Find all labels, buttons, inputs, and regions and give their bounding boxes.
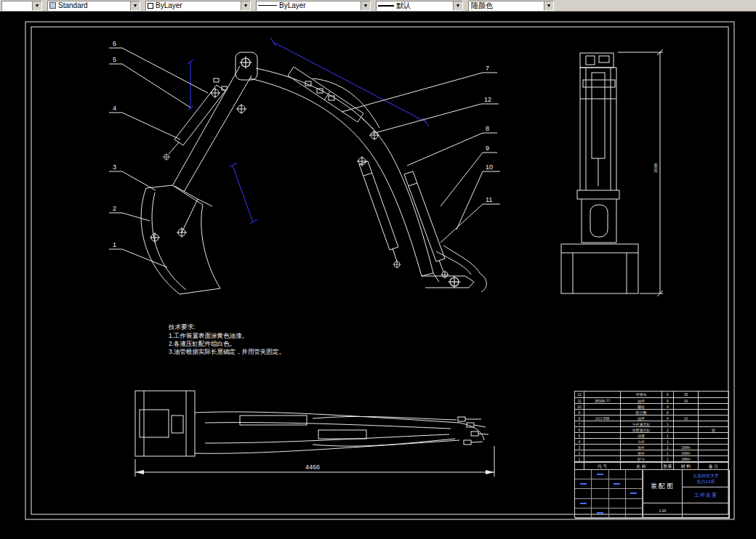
parts-cell-material: 16 (674, 397, 699, 403)
parts-cell-num: 7 (575, 421, 584, 426)
class-name: 机自12班 (697, 479, 715, 485)
callout-label: 6 (113, 40, 116, 47)
callout-label: 10 (486, 163, 493, 171)
parts-cell-name: 斗杆 (621, 438, 662, 444)
parts-cell-qty: 8 (662, 409, 674, 415)
part-name-label: 工作装置 (683, 487, 730, 503)
title-block-misc-cell (683, 503, 730, 519)
parts-cell-name: 动臂 (621, 432, 662, 438)
chevron-down-icon: ▼ (544, 1, 553, 10)
parts-cell-qty: 1 (662, 438, 674, 444)
lineweight-icon (378, 5, 394, 7)
parts-cell-material: 10 (674, 415, 699, 421)
lineweight-combo[interactable]: 默认 ▼ (376, 1, 463, 11)
linetype-combo-value: ByLayer (277, 1, 361, 9)
parts-cell-remark: 铰 (699, 426, 728, 432)
cad-canvas[interactable]: 6 5 4 3 2 1 7 12 8 9 10 11 (0, 12, 756, 539)
parts-cell-num: 3 (575, 444, 584, 450)
callout-label: 9 (486, 145, 489, 152)
parts-cell-num: 9 (575, 409, 584, 415)
parts-cell-name: 铲斗 (621, 455, 662, 461)
parts-cell-num: 1 (575, 455, 584, 461)
parts-cell-material (674, 432, 699, 438)
parts-cell-qty: 4 (662, 415, 674, 421)
parts-list-row: 4斗杆1 (575, 438, 728, 444)
parts-list-row: 6动臂液压缸2铰 (575, 426, 728, 432)
linetype-combo[interactable]: ByLayer ▼ (256, 1, 371, 11)
dimension-transport-length: 4466 (135, 446, 494, 477)
school-name: 太原科技大学 (693, 473, 719, 479)
parts-cell-remark (699, 455, 728, 461)
parts-cell-remark (699, 432, 728, 438)
parts-list-row: 10螺栓4 (575, 403, 728, 409)
parts-list-row: 7斗杆液压缸1 (575, 421, 728, 426)
title-block-main: 装配图 太原科技大学 机自12班 工作装置 1:10 (574, 469, 729, 518)
lineweight-combo-value: 默认 (394, 1, 453, 11)
parts-cell-qty: 1 (662, 421, 674, 426)
parts-cell-name: 防尘圈 (621, 409, 662, 415)
revision-table (575, 470, 643, 519)
tech-requirements-line: 1.工作装置表面涂黄色油漆。 (169, 332, 248, 339)
callout-label: 7 (486, 65, 489, 72)
side-folded-view: 3598 (561, 49, 663, 296)
chevron-down-icon[interactable]: ▼ (241, 1, 250, 10)
transport-view: 4466 (135, 391, 494, 477)
parts-cell-name: 油管 (621, 415, 662, 421)
main-assembly-view (141, 38, 486, 294)
parts-header-code: 代 号 (584, 462, 621, 469)
parts-cell-qty: 6 (662, 392, 674, 397)
parts-cell-remark (699, 392, 728, 397)
parts-cell-num: 5 (575, 432, 584, 438)
dimension-fold-height: 3598 (618, 49, 663, 296)
parts-cell-material (674, 426, 699, 432)
parts-list-row: 11JB996-77油管616 (575, 397, 728, 403)
chevron-down-icon[interactable]: ▼ (130, 1, 140, 10)
parts-cell-num: 12 (575, 392, 584, 397)
parts-cell-material (674, 438, 699, 444)
callout-label: 5 (113, 56, 116, 63)
parts-cell-remark (699, 403, 728, 409)
parts-list-row: 9防尘圈8 (575, 409, 728, 415)
color-combo[interactable]: ByLayer ▼ (145, 1, 251, 11)
parts-cell-qty: 4 (662, 403, 674, 409)
fold-height-dim-label: 3598 (654, 163, 658, 173)
parts-cell-remark (699, 397, 728, 403)
parts-cell-material: 35 (674, 392, 699, 397)
tech-requirements-line: 3.油管根据实际长度确定，并用管夹固定。 (169, 348, 285, 355)
dimstyle-combo-value: Standard (56, 1, 130, 9)
parts-cell-qty: 1 (662, 455, 674, 461)
parts-cell-num: 4 (575, 438, 584, 444)
parts-cell-material: 18Mn (674, 455, 699, 461)
parts-cell-num: 11 (575, 397, 584, 403)
parts-cell-code (584, 450, 621, 455)
parts-list-row: 3连杆116Mn (575, 444, 728, 450)
chevron-down-icon[interactable]: ▼ (361, 1, 370, 10)
parts-cell-code (584, 426, 621, 432)
parts-cell-remark (699, 444, 728, 450)
parts-header-material: 材 料 (674, 462, 699, 469)
parts-list-row: 12管接头635 (575, 392, 728, 397)
tech-requirements-title: 技术要求: (168, 323, 195, 331)
doc-type-label: 装配图 (643, 470, 683, 503)
callout-label: 1 (113, 241, 116, 248)
dimstyle-combo[interactable]: Standard ▼ (47, 1, 140, 11)
plotstyle-combo[interactable]: 随颜色 ▼ (468, 1, 554, 11)
parts-cell-name: 管接头 (621, 392, 662, 397)
color-swatch-icon (148, 3, 153, 9)
chevron-down-icon[interactable]: ▼ (453, 1, 462, 10)
layer-combo[interactable]: ▼ (1, 1, 42, 11)
parts-cell-code (584, 438, 621, 444)
parts-header-remark: 备 注 (699, 462, 728, 469)
parts-cell-remark (699, 421, 728, 426)
color-combo-value: ByLayer (153, 1, 241, 9)
callout-label: 8 (486, 125, 489, 132)
chevron-down-icon[interactable]: ▼ (32, 1, 41, 10)
callout-label: 11 (486, 196, 492, 203)
parts-cell-code (584, 432, 621, 438)
callout-label: 12 (484, 96, 491, 103)
callout-label: 2 (113, 205, 116, 212)
parts-cell-qty: 1 (662, 444, 674, 450)
parts-cell-qty: 1 (662, 432, 674, 438)
parts-list-row: 5动臂1 (575, 432, 728, 438)
callout-label: 4 (113, 105, 116, 112)
